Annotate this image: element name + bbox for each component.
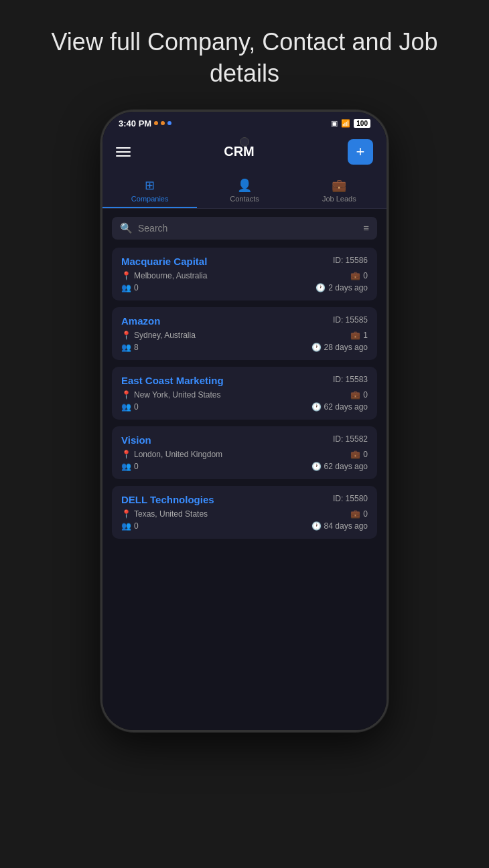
- company-list: Macquarie Capital ID: 15586 📍 Melbourne,…: [102, 248, 387, 732]
- tab-contacts-label: Contacts: [230, 195, 259, 203]
- location-icon-2: 📍: [121, 390, 131, 400]
- tab-jobleads-label: Job Leads: [322, 195, 356, 203]
- search-placeholder: Search: [138, 223, 363, 234]
- jobs-icon-3: 💼: [350, 450, 360, 459]
- company-card-3[interactable]: Vision ID: 15582 📍 London, United Kingdo…: [112, 426, 377, 479]
- company-card-1[interactable]: Amazon ID: 15585 📍 Sydney, Australia 💼 1: [112, 307, 377, 360]
- company-people-3: 0: [134, 462, 139, 471]
- plus-icon: +: [356, 143, 365, 161]
- company-people-4: 0: [134, 521, 139, 531]
- company-name-1: Amazon: [121, 315, 160, 327]
- jobs-icon-2: 💼: [350, 390, 360, 400]
- location-icon-0: 📍: [121, 271, 131, 280]
- tab-bar: ⊞ Companies 👤 Contacts 💼 Job Leads: [102, 173, 387, 209]
- companies-icon: ⊞: [145, 178, 155, 193]
- tab-jobleads[interactable]: 💼 Job Leads: [292, 173, 387, 208]
- status-time: 3:40 PM: [119, 118, 151, 128]
- location-icon-4: 📍: [121, 509, 131, 519]
- tab-companies-label: Companies: [131, 195, 169, 203]
- company-jobs-3: 0: [363, 450, 368, 459]
- company-people-2: 0: [134, 402, 139, 412]
- people-icon-1: 👥: [121, 343, 131, 352]
- search-icon: 🔍: [120, 222, 133, 234]
- time-icon-0: 🕐: [316, 283, 326, 292]
- time-icon-2: 🕐: [311, 402, 322, 412]
- company-jobs-4: 0: [363, 509, 368, 519]
- company-id-1: ID: 15585: [333, 315, 368, 325]
- company-people-1: 8: [134, 343, 139, 352]
- wifi-icon: 📶: [341, 119, 350, 128]
- company-name-3: Vision: [121, 434, 151, 446]
- location-icon-3: 📍: [121, 450, 131, 459]
- company-id-2: ID: 15583: [333, 375, 368, 384]
- company-location-2: New York, United States: [134, 390, 220, 400]
- camera-notch: [240, 137, 249, 147]
- tab-contacts[interactable]: 👤 Contacts: [197, 173, 291, 208]
- company-card-4[interactable]: DELL Technologies ID: 15580 📍 Texas, Uni…: [112, 486, 377, 539]
- company-jobs-0: 0: [363, 271, 368, 280]
- filter-icon[interactable]: ≡: [363, 222, 369, 234]
- company-location-3: London, United Kingdom: [134, 450, 222, 459]
- company-name-0: Macquarie Capital: [121, 256, 207, 267]
- company-id-0: ID: 15586: [333, 256, 368, 265]
- mute-icon: ▣: [331, 119, 338, 128]
- people-icon-2: 👥: [121, 402, 131, 412]
- company-jobs-1: 1: [363, 331, 368, 340]
- location-icon-1: 📍: [121, 331, 131, 340]
- company-time-0: 2 days ago: [328, 283, 368, 292]
- company-card-0[interactable]: Macquarie Capital ID: 15586 📍 Melbourne,…: [112, 248, 377, 300]
- screen-content: 🔍 Search ≡ Macquarie Capital ID: 15586 📍…: [102, 209, 387, 732]
- company-time-3: 62 days ago: [324, 462, 368, 471]
- company-id-4: ID: 15580: [333, 494, 368, 503]
- company-jobs-2: 0: [363, 390, 368, 400]
- tab-companies[interactable]: ⊞ Companies: [102, 173, 197, 208]
- add-button[interactable]: +: [348, 139, 373, 165]
- jobs-icon-1: 💼: [350, 331, 360, 340]
- people-icon-0: 👥: [121, 283, 131, 292]
- people-icon-4: 👥: [121, 521, 131, 531]
- time-icon-4: 🕐: [311, 521, 322, 531]
- contacts-icon: 👤: [237, 178, 252, 193]
- time-icon-3: 🕐: [311, 462, 322, 471]
- jobleads-icon: 💼: [332, 178, 346, 193]
- company-name-4: DELL Technologies: [121, 494, 214, 505]
- jobs-icon-4: 💼: [350, 509, 360, 519]
- app-title: CRM: [224, 144, 255, 159]
- company-id-3: ID: 15582: [333, 434, 368, 444]
- search-bar[interactable]: 🔍 Search ≡: [112, 217, 377, 240]
- people-icon-3: 👥: [121, 462, 131, 471]
- company-time-4: 84 days ago: [324, 521, 368, 531]
- company-location-4: Texas, United States: [134, 509, 208, 519]
- company-people-0: 0: [134, 283, 139, 292]
- company-card-2[interactable]: East Coast Marketing ID: 15583 📍 New Yor…: [112, 367, 377, 420]
- company-location-0: Melbourne, Australia: [134, 271, 207, 280]
- battery-icon: 100: [354, 119, 370, 128]
- phone-shell: 3:40 PM ▣ 📶 100 CRM + ⊞ Companies 👤 Cont…: [100, 110, 389, 732]
- time-icon-1: 🕐: [311, 343, 322, 352]
- page-title: View full Company, Contact and Job detai…: [40, 27, 449, 90]
- hamburger-button[interactable]: [116, 147, 131, 157]
- company-time-2: 62 days ago: [324, 402, 368, 412]
- jobs-icon-0: 💼: [350, 271, 360, 280]
- company-name-2: East Coast Marketing: [121, 375, 224, 386]
- company-location-1: Sydney, Australia: [134, 331, 196, 340]
- status-bar: 3:40 PM ▣ 📶 100: [102, 112, 387, 131]
- page-title-area: View full Company, Contact and Job detai…: [0, 0, 489, 110]
- company-time-1: 28 days ago: [324, 343, 368, 352]
